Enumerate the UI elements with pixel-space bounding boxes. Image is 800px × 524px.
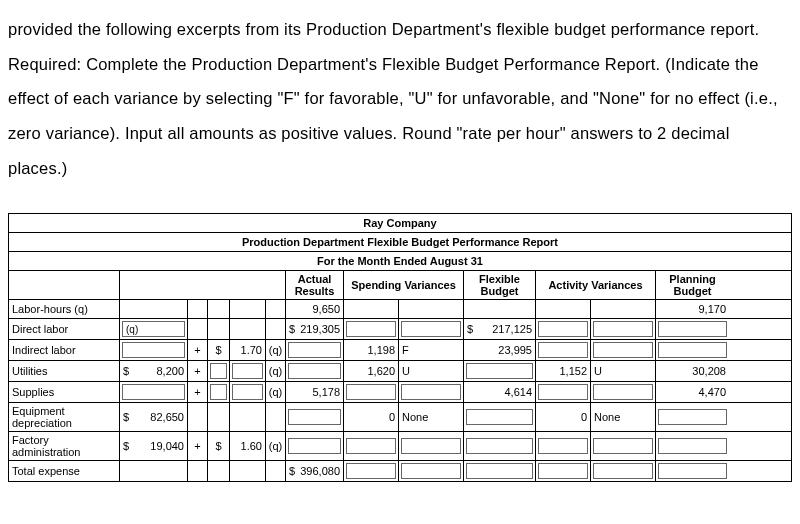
flexible-input[interactable] <box>466 363 533 379</box>
flexible: 217,125 <box>475 323 532 335</box>
hdr-actual: Actual Results <box>285 271 343 299</box>
dollar-input[interactable] <box>210 363 227 379</box>
rate: 1.60 <box>229 432 265 460</box>
flexible-input[interactable] <box>466 409 533 425</box>
av-fu-input[interactable] <box>593 463 653 479</box>
planning-input[interactable] <box>658 409 727 425</box>
dollar: $ <box>123 440 129 452</box>
q: (q) <box>265 340 285 360</box>
fixed: 82,650 <box>131 411 184 423</box>
planning-input[interactable] <box>658 321 727 337</box>
dollar-input[interactable] <box>210 384 227 400</box>
hdr-spending: Spending Variances <box>343 271 463 299</box>
sv-fu-input[interactable] <box>401 384 461 400</box>
planning: 9,170 <box>655 300 729 318</box>
label: Total expense <box>9 461 119 481</box>
report-period: For the Month Ended August 31 <box>9 252 791 271</box>
flexible-input[interactable] <box>466 438 533 454</box>
row-equipment-dep: Equipment depreciation $82,650 0 None 0 … <box>9 403 791 432</box>
fixed: 19,040 <box>131 440 184 452</box>
hdr-activity: Activity Variances <box>535 271 655 299</box>
av-amt-input[interactable] <box>538 438 588 454</box>
sv-fu-input[interactable] <box>401 321 461 337</box>
row-labor-hours: Labor-hours (q) 9,650 9,170 <box>9 300 791 319</box>
actual-input[interactable] <box>288 342 341 358</box>
sv-amt-input[interactable] <box>346 463 396 479</box>
sv-amt-input[interactable] <box>346 438 396 454</box>
plus: + <box>187 382 207 402</box>
q: (q) <box>265 382 285 402</box>
av-amt-input[interactable] <box>538 342 588 358</box>
sv-amt-input[interactable] <box>346 321 396 337</box>
row-utilities: Utilities $8,200 + (q) 1,620 U 1,152 U 3… <box>9 361 791 382</box>
sv-fu-input[interactable] <box>401 438 461 454</box>
av-fu-input[interactable] <box>593 438 653 454</box>
sv-fu: F <box>398 340 463 360</box>
hdr-flexible: Flexible Budget <box>463 271 535 299</box>
sv-fu: U <box>398 361 463 381</box>
instructions-text: provided the following excerpts from its… <box>8 12 792 185</box>
dollar: $ <box>467 323 473 335</box>
row-indirect-labor: Indirect labor + $ 1.70 (q) 1,198 F 23,9… <box>9 340 791 361</box>
fixed-input[interactable] <box>122 384 185 400</box>
fixed-input[interactable] <box>122 342 185 358</box>
av-amt-input[interactable] <box>538 384 588 400</box>
row-direct-labor: Direct labor (q) $219,305 $217,125 <box>9 319 791 340</box>
row-total: Total expense $396,080 <box>9 461 791 481</box>
planning: 30,208 <box>655 361 729 381</box>
label: Direct labor <box>9 319 119 339</box>
plus: + <box>187 361 207 381</box>
q: (q) <box>265 432 285 460</box>
actual: 219,305 <box>297 323 340 335</box>
sv-amt-input[interactable] <box>346 384 396 400</box>
hdr-planning: Planning Budget <box>655 271 729 299</box>
plus: + <box>187 340 207 360</box>
q: (q) <box>265 361 285 381</box>
q-input[interactable]: (q) <box>122 321 185 337</box>
planning-input[interactable] <box>658 438 727 454</box>
sv-amt: 0 <box>343 403 398 431</box>
actual-input[interactable] <box>288 438 341 454</box>
flexible-input[interactable] <box>466 463 533 479</box>
flexible: 4,614 <box>463 382 535 402</box>
sv-amt: 1,198 <box>343 340 398 360</box>
row-factory-admin: Factory administration $19,040 + $ 1.60 … <box>9 432 791 461</box>
av-amt-input[interactable] <box>538 463 588 479</box>
label: Equipment depreciation <box>9 403 119 431</box>
report-title: Production Department Flexible Budget Pe… <box>9 233 791 252</box>
row-supplies: Supplies + (q) 5,178 4,614 4,470 <box>9 382 791 403</box>
column-headers: Actual Results Spending Variances Flexib… <box>9 271 791 300</box>
av-amt-input[interactable] <box>538 321 588 337</box>
av-fu-input[interactable] <box>593 384 653 400</box>
planning-input[interactable] <box>658 342 727 358</box>
sv-fu-input[interactable] <box>401 463 461 479</box>
av-fu-input[interactable] <box>593 321 653 337</box>
actual-input[interactable] <box>288 409 341 425</box>
fixed: 8,200 <box>131 365 184 377</box>
dollar: $ <box>207 340 229 360</box>
label: Labor-hours (q) <box>9 300 119 318</box>
label: Indirect labor <box>9 340 119 360</box>
planning-input[interactable] <box>658 463 727 479</box>
dollar: $ <box>123 411 129 423</box>
av-amt: 0 <box>535 403 590 431</box>
dollar: $ <box>289 323 295 335</box>
actual: 396,080 <box>297 465 340 477</box>
rate-input[interactable] <box>232 384 263 400</box>
dollar: $ <box>207 432 229 460</box>
label: Utilities <box>9 361 119 381</box>
av-amt: 1,152 <box>535 361 590 381</box>
flexible: 23,995 <box>463 340 535 360</box>
dollar: $ <box>123 365 129 377</box>
rate-input[interactable] <box>232 363 263 379</box>
sv-amt: 1,620 <box>343 361 398 381</box>
dollar: $ <box>289 465 295 477</box>
actual: 9,650 <box>285 300 343 318</box>
av-fu: U <box>590 361 655 381</box>
av-fu-input[interactable] <box>593 342 653 358</box>
actual-input[interactable] <box>288 363 341 379</box>
sv-fu: None <box>398 403 463 431</box>
rate: 1.70 <box>229 340 265 360</box>
report-table: Ray Company Production Department Flexib… <box>8 213 792 482</box>
actual: 5,178 <box>285 382 343 402</box>
